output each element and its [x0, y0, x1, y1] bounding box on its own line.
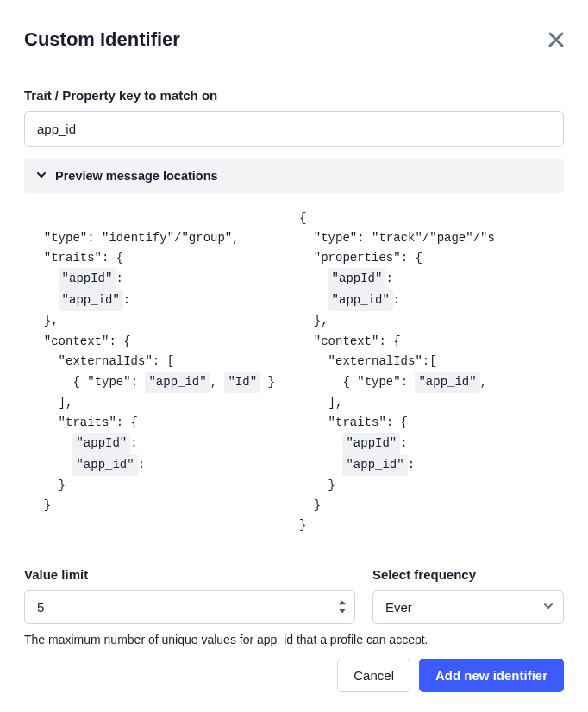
trait-key-input[interactable]	[24, 111, 564, 147]
stepper-up[interactable]	[336, 599, 348, 607]
close-icon	[548, 26, 564, 53]
chevron-down-icon	[36, 169, 47, 183]
code-left-column: "type": "identify"/"group", "traits": { …	[24, 209, 294, 536]
add-identifier-button[interactable]: Add new identifier	[419, 659, 564, 692]
close-button[interactable]	[548, 28, 564, 52]
select-frequency-label: Select frequency	[372, 567, 564, 582]
stepper-down[interactable]	[336, 608, 348, 615]
preview-locations-toggle[interactable]: Preview message locations	[24, 159, 564, 193]
value-limit-label: Value limit	[24, 567, 355, 582]
code-preview: "type": "identify"/"group", "traits": { …	[24, 209, 564, 536]
modal-title: Custom Identifier	[24, 28, 180, 51]
preview-locations-label: Preview message locations	[55, 169, 218, 183]
select-frequency[interactable]: Ever	[372, 590, 564, 624]
cancel-button[interactable]: Cancel	[337, 659, 410, 692]
helper-text: The maximum number of unique values for …	[24, 633, 564, 646]
trait-key-label: Trait / Property key to match on	[24, 88, 564, 103]
value-limit-input[interactable]	[24, 590, 355, 624]
code-right-column: { "type": "track"/"page"/"s "properties"…	[294, 209, 564, 536]
